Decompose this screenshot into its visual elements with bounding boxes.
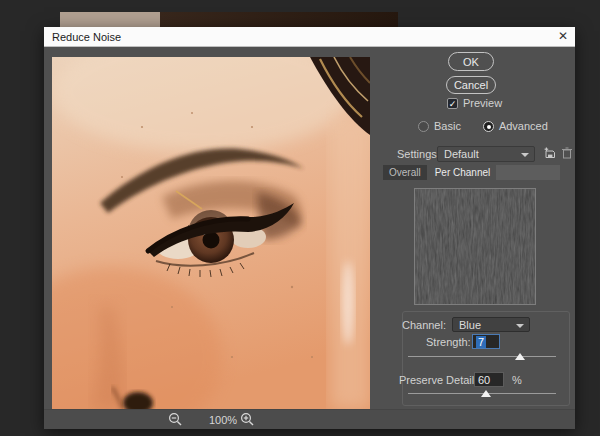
zoom-out-button[interactable] — [168, 412, 183, 427]
advanced-radio[interactable] — [483, 121, 494, 132]
preserve-details-row: Preserve Details: 60 % — [399, 371, 570, 387]
zoom-out-icon — [168, 412, 183, 427]
close-icon[interactable]: ✕ — [558, 29, 568, 43]
preview-photo-illustration — [52, 57, 370, 409]
background-photo-strip — [60, 12, 160, 28]
strength-input[interactable]: 7 — [472, 334, 500, 349]
panel-tabbar: Overall Per Channel — [383, 165, 560, 180]
tabbar-filler — [496, 165, 560, 180]
preserve-details-slider[interactable] — [408, 389, 556, 399]
channel-dropdown-value: Blue — [459, 319, 481, 331]
app-background: Reduce Noise ✕ — [0, 0, 600, 436]
strength-row: Strength: 7 — [402, 333, 570, 349]
advanced-radio-label[interactable]: Advanced — [499, 120, 548, 132]
channel-label: Channel: — [402, 319, 446, 331]
settings-label: Settings: — [397, 148, 440, 160]
ok-button[interactable]: OK — [448, 52, 494, 71]
dialog-title: Reduce Noise — [44, 31, 121, 43]
cancel-button[interactable]: Cancel — [446, 76, 496, 94]
settings-dropdown-value: Default — [444, 148, 479, 160]
channel-dropdown[interactable]: Blue — [452, 317, 530, 332]
image-preview[interactable] — [52, 57, 370, 409]
reduce-noise-dialog: Reduce Noise ✕ — [44, 27, 575, 429]
background-photo-strip-dark — [160, 12, 398, 28]
chevron-down-icon — [516, 324, 524, 328]
preserve-details-value: 60 — [478, 374, 490, 386]
tab-per-channel[interactable]: Per Channel — [429, 165, 497, 180]
settings-row: Settings: Default — [397, 146, 573, 162]
basic-radio[interactable] — [418, 121, 429, 132]
strength-value-selected: 7 — [476, 336, 486, 348]
zoom-in-icon — [240, 412, 255, 427]
save-preset-button[interactable] — [543, 146, 557, 160]
basic-radio-label[interactable]: Basic — [434, 120, 461, 132]
delete-preset-button[interactable] — [560, 146, 574, 160]
strength-label: Strength: — [426, 336, 471, 348]
dialog-titlebar[interactable]: Reduce Noise ✕ — [44, 27, 575, 47]
channel-row: Channel: Blue — [402, 317, 570, 332]
save-preset-icon — [543, 146, 557, 160]
trash-icon — [560, 146, 574, 160]
preserve-details-slider-thumb[interactable] — [481, 390, 491, 397]
strength-slider-thumb[interactable] — [515, 353, 525, 360]
chevron-down-icon — [521, 153, 529, 157]
preview-zoom-bar: 100% — [44, 409, 575, 429]
settings-dropdown[interactable]: Default — [437, 146, 535, 162]
channel-noise-thumbnail[interactable] — [414, 188, 536, 305]
mode-radio-group: Basic Advanced — [418, 120, 568, 132]
preserve-details-unit: % — [512, 374, 522, 386]
strength-slider[interactable] — [408, 352, 556, 362]
preview-checkbox-row[interactable]: ✓ Preview — [447, 97, 502, 109]
strength-slider-track[interactable] — [408, 356, 556, 357]
preview-checkbox-label: Preview — [463, 97, 502, 109]
preserve-details-label: Preserve Details: — [399, 374, 483, 386]
zoom-in-button[interactable] — [240, 412, 255, 427]
preserve-details-input[interactable]: 60 — [474, 372, 504, 387]
noise-texture — [415, 189, 535, 304]
tab-overall[interactable]: Overall — [383, 165, 427, 180]
preview-checkbox[interactable]: ✓ — [447, 98, 458, 109]
